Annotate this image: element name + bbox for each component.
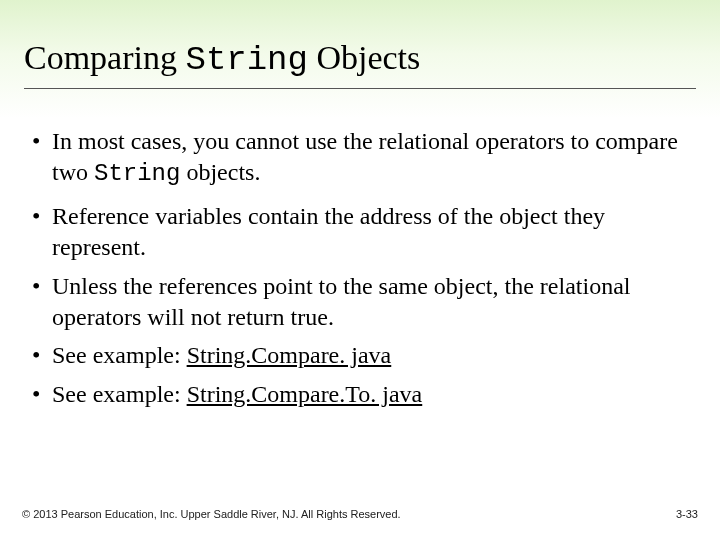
example-link[interactable]: String.Compare.To. java	[187, 381, 423, 407]
bullet-text: See example:	[52, 381, 187, 407]
footer: © 2013 Pearson Education, Inc. Upper Sad…	[22, 508, 698, 520]
slide-content: In most cases, you cannot use the relati…	[24, 126, 682, 418]
title-text-mono: String	[185, 41, 307, 79]
bullet-text: See example:	[52, 342, 187, 368]
bullet-text: objects.	[180, 159, 260, 185]
bullet-mono: String	[94, 160, 180, 187]
page-number: 3-33	[676, 508, 698, 520]
list-item: Unless the references point to the same …	[24, 271, 682, 332]
bullet-list: In most cases, you cannot use the relati…	[24, 126, 682, 410]
bullet-text: Reference variables contain the address …	[52, 203, 605, 260]
example-link[interactable]: String.Compare. java	[187, 342, 392, 368]
slide-title: Comparing String Objects	[24, 38, 696, 89]
title-text-post: Objects	[308, 39, 420, 76]
copyright-text: © 2013 Pearson Education, Inc. Upper Sad…	[22, 508, 401, 520]
bullet-text: Unless the references point to the same …	[52, 273, 630, 330]
list-item: In most cases, you cannot use the relati…	[24, 126, 682, 189]
title-text-pre: Comparing	[24, 39, 185, 76]
list-item: See example: String.Compare. java	[24, 340, 682, 371]
list-item: Reference variables contain the address …	[24, 201, 682, 262]
list-item: See example: String.Compare.To. java	[24, 379, 682, 410]
slide: Comparing String Objects In most cases, …	[0, 0, 720, 540]
